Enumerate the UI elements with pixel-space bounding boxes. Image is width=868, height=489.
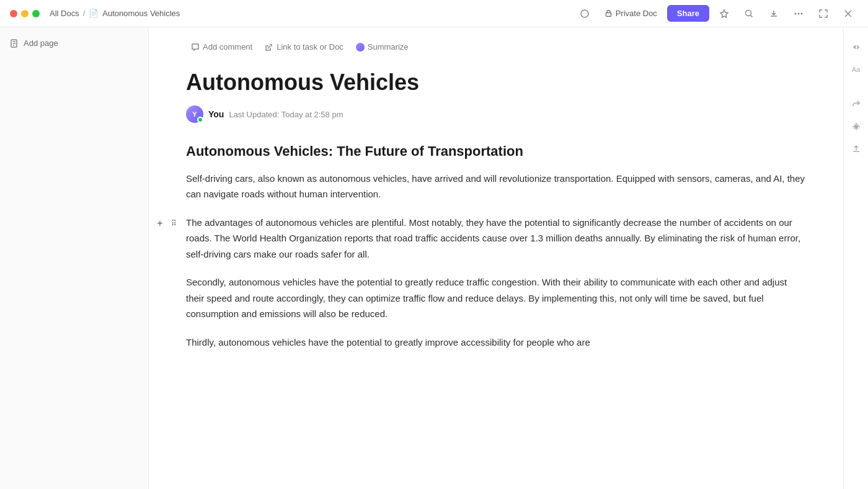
- add-page-button[interactable]: Add page: [5, 35, 143, 52]
- link-to-task-button[interactable]: Link to task or Doc: [260, 40, 348, 54]
- svg-point-5: [795, 12, 797, 14]
- svg-point-7: [801, 12, 803, 14]
- paragraph-1-wrapper: + ⠿ Self-driving cars, also known as aut…: [186, 171, 806, 215]
- font-size-icon[interactable]: Aa: [846, 60, 866, 79]
- minimize-traffic-light[interactable]: [21, 10, 29, 17]
- star-button[interactable]: [714, 4, 734, 24]
- search-button[interactable]: [739, 4, 759, 24]
- paragraph-2-wrapper: + ⠿ The advantages of autonomous vehicle…: [186, 215, 806, 275]
- svg-marker-2: [720, 10, 728, 17]
- summarize-icon: [356, 43, 365, 52]
- close-button[interactable]: [838, 4, 858, 24]
- share-icon[interactable]: [846, 94, 866, 114]
- right-sidebar: Aa: [843, 27, 868, 489]
- drag-block-1-button[interactable]: ⠿: [167, 173, 180, 186]
- avatar: Y: [186, 105, 203, 123]
- add-comment-label: Add comment: [203, 42, 252, 52]
- sparkle-icon[interactable]: [846, 117, 866, 137]
- private-doc-badge[interactable]: Private Doc: [600, 6, 662, 20]
- add-page-label: Add page: [24, 38, 58, 48]
- add-block-3-button[interactable]: +: [154, 277, 166, 289]
- svg-rect-1: [606, 13, 611, 17]
- section-heading[interactable]: Autonomous Vehicles: The Future of Trans…: [186, 143, 806, 161]
- download-button[interactable]: [764, 4, 784, 24]
- doc-toolbar: Add comment Link to task or Doc Summariz…: [186, 40, 806, 54]
- share-button[interactable]: Share: [667, 5, 709, 22]
- paragraph-4[interactable]: Thirdly, autonomous vehicles have the po…: [186, 334, 806, 351]
- maximize-traffic-light[interactable]: [32, 10, 40, 17]
- add-block-2-button[interactable]: +: [154, 217, 166, 230]
- expand-button[interactable]: [813, 4, 833, 24]
- close-traffic-light[interactable]: [10, 10, 17, 17]
- add-block-4-button[interactable]: +: [154, 337, 166, 349]
- title-bar: All Docs / 📄 Autonomous Vehicles Private…: [0, 0, 868, 27]
- last-updated: Last Updated: Today at 2:58 pm: [229, 110, 343, 119]
- author-name: You: [208, 109, 224, 119]
- avatar-status: [197, 117, 203, 123]
- author-row: Y You Last Updated: Today at 2:58 pm: [186, 105, 806, 123]
- paragraph-2[interactable]: The advantages of autonomous vehicles ar…: [186, 215, 806, 262]
- summarize-label: Summarize: [368, 42, 409, 52]
- svg-point-6: [798, 12, 800, 14]
- main-content: Add comment Link to task or Doc Summariz…: [149, 27, 843, 489]
- paragraph-3-wrapper: + ⠿ Secondly, autonomous vehicles have t…: [186, 274, 806, 334]
- block-controls-2: + ⠿: [154, 217, 180, 230]
- drag-block-3-button[interactable]: ⠿: [167, 277, 180, 289]
- paragraph-1[interactable]: Self-driving cars, also known as autonom…: [186, 171, 806, 202]
- document-title[interactable]: Autonomous Vehicles: [186, 69, 806, 96]
- drag-block-4-button[interactable]: ⠿: [167, 337, 180, 349]
- sidebar: Add page: [0, 27, 149, 489]
- svg-point-3: [746, 10, 751, 16]
- paragraph-4-wrapper: + ⠿ Thirdly, autonomous vehicles have th…: [186, 334, 806, 363]
- private-doc-label: Private Doc: [616, 9, 657, 18]
- breadcrumb: All Docs / 📄 Autonomous Vehicles: [50, 9, 180, 18]
- tag-button[interactable]: [575, 4, 595, 24]
- svg-line-4: [751, 15, 753, 17]
- breadcrumb-doc-title[interactable]: Autonomous Vehicles: [102, 9, 180, 18]
- more-options-button[interactable]: [789, 4, 808, 24]
- breadcrumb-separator: /: [83, 9, 86, 18]
- upload-icon[interactable]: [846, 139, 866, 159]
- collapse-icon[interactable]: [846, 37, 866, 57]
- title-bar-left: All Docs / 📄 Autonomous Vehicles: [10, 9, 180, 18]
- title-bar-right: Private Doc Share: [575, 4, 858, 24]
- breadcrumb-all-docs[interactable]: All Docs: [50, 9, 79, 18]
- add-block-1-button[interactable]: +: [154, 173, 166, 186]
- add-comment-button[interactable]: Add comment: [186, 40, 257, 54]
- doc-icon: 📄: [89, 9, 99, 18]
- drag-block-2-button[interactable]: ⠿: [167, 217, 180, 230]
- traffic-lights: [10, 10, 40, 17]
- link-to-task-label: Link to task or Doc: [277, 42, 343, 52]
- paragraph-3[interactable]: Secondly, autonomous vehicles have the p…: [186, 274, 806, 322]
- svg-point-0: [581, 10, 588, 17]
- summarize-button[interactable]: Summarize: [351, 40, 414, 54]
